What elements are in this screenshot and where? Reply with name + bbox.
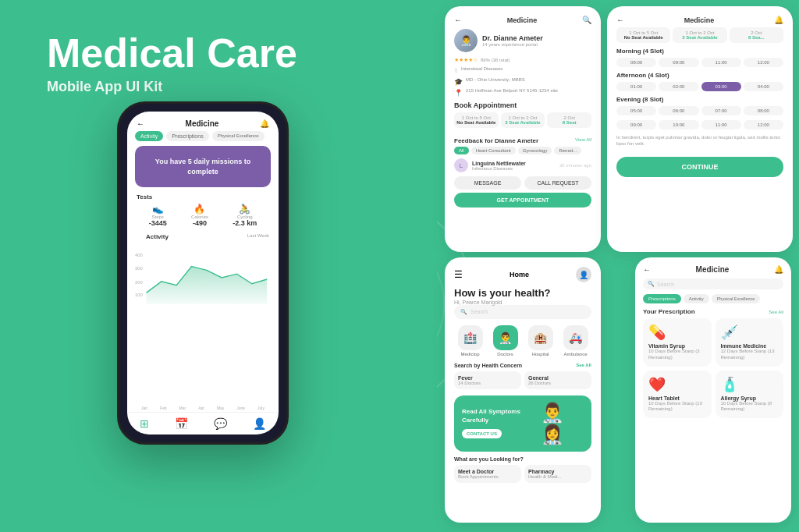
nav-chat-icon[interactable]: 💬 [214,417,227,430]
banner-text: Read All Symptoms Carefully [462,408,541,424]
slot-1100[interactable]: 11:00 [701,58,741,67]
service-mediclop[interactable]: 🏥 Mediclop [454,325,486,356]
slot-0100[interactable]: 01:00 [616,82,656,91]
mediclop-label: Mediclop [454,352,486,356]
degree-text: MD - Ohio University; MBBS [466,77,525,83]
slot-1200e[interactable]: 12:00 [744,120,783,129]
rx-bell-icon[interactable]: 🔔 [774,265,783,274]
rx-title: Medicine [696,265,730,274]
rx-see-all[interactable]: See All [769,310,783,314]
doctors-icon: 👨‍⚕️ [493,325,518,350]
appt-bell-icon[interactable]: 🔔 [774,16,783,24]
back-arrow-icon[interactable]: ← [137,119,144,128]
chart-fill [147,267,268,304]
rx-search-bar[interactable]: 🔍 Search [643,278,783,289]
service-hospital[interactable]: 🏨 Hospital [524,325,556,356]
concern-general[interactable]: General 26 Doctors [524,371,591,389]
doctor-card-search-icon[interactable]: 🔍 [582,16,591,24]
message-button[interactable]: MESSAGE [454,176,521,190]
availability-row: 1 Oct to 5 Oct No Seat Available 1 Oct t… [454,112,591,128]
tab-physical[interactable]: Physical Excellence [212,131,265,141]
app-subtitle: Mobile App UI Kit [47,79,406,95]
morning-slots[interactable]: 08:00 09:00 11:00 12:00 [616,58,783,67]
slot-0700[interactable]: 07:00 [701,106,741,115]
rating-text: 89% (36 total) [481,58,510,62]
what-grid: Meet a Doctor Book Appointments Pharmacy… [454,465,591,483]
feedback-tab-gyn[interactable]: Gynecology [518,147,552,154]
hamburger-icon[interactable]: ☰ [454,269,463,280]
svg-text:200: 200 [135,280,143,285]
label-apr: Apr [198,406,204,410]
slot-0600[interactable]: 06:00 [659,106,698,115]
service-ambulance[interactable]: 🚑 Ambulance [559,325,591,356]
nav-calendar-icon[interactable]: 📅 [175,417,188,430]
rx-back-icon[interactable]: ← [643,265,651,274]
rx-item-heart[interactable]: ❤️ Heart Tablet 10 Days Before Stanp (10… [643,371,712,419]
rx-tabs[interactable]: Prescriptions Activity Physical Excellen… [643,294,783,303]
concern-fever[interactable]: Fever 14 Doctors [454,371,521,389]
service-doctors[interactable]: 👨‍⚕️ Doctors [489,325,521,356]
rx-item-immune[interactable]: 💉 Immune Medicine 12 Days Before Stanp (… [716,318,784,367]
calories-value: -490 [191,219,208,227]
contact-us-button[interactable]: CONTACT US [462,429,502,438]
label-jan: Jan [141,406,147,410]
mediclop-icon: 🏥 [458,325,483,350]
hospital-label: Hospital [524,352,556,356]
search-bar[interactable]: 🔍 Search [454,305,591,319]
slot-0200[interactable]: 02:00 [659,82,698,91]
slot-0400[interactable]: 04:00 [744,82,783,91]
rx-tab-physical[interactable]: Physical Excellence [712,294,761,303]
home-avatar: 👤 [576,267,591,282]
evening-slots-1[interactable]: 05:00 06:00 07:00 08:00 [616,106,783,115]
feedback-tab-all[interactable]: All [454,147,469,154]
slot-1100e[interactable]: 11:00 [701,120,741,129]
nav-home-icon[interactable]: ⊞ [140,417,149,430]
phone-tabs[interactable]: Activity Prescriptions Physical Excellen… [127,131,279,146]
book-section-title: Book Appointment [454,101,591,109]
slot-0800[interactable]: 08:00 [616,58,656,67]
slot-0900[interactable]: 09:00 [659,58,698,67]
rx-item-allergy[interactable]: 🧴 Allergy Syrup 10 Days Before Stanp (8 … [716,371,784,419]
afternoon-slots[interactable]: 01:00 02:00 03:00 04:00 [616,82,783,91]
evening-slots-2[interactable]: 09:00 10:00 11:00 12:00 [616,120,783,129]
bell-icon[interactable]: 🔔 [260,119,269,128]
feedback-tab-heart[interactable]: Heart Consultant [471,147,516,154]
slot-0300-active[interactable]: 03:00 [701,82,741,91]
fever-label: Fever [458,375,517,381]
slot-0900e[interactable]: 09:00 [616,120,656,129]
what-doctor[interactable]: Meet a Doctor Book Appointments [454,465,521,483]
allergy-icon: 🧴 [721,376,779,393]
feedback-tab-other[interactable]: Rened... [554,147,581,154]
nav-profile-icon[interactable]: 👤 [253,417,266,430]
address-text: 215 Hoffman Ave Belport NY 5145-1234 sit… [466,88,558,94]
feedback-role-1: Infectious Diseases [472,166,526,171]
what-pharmacy[interactable]: Pharmacy Health & Medi... [524,465,591,483]
slot-0800e[interactable]: 08:00 [744,106,783,115]
slot-1000[interactable]: 10:00 [659,120,698,129]
appt-date-3: 2 Oct 8 Sea... [730,27,783,43]
get-appointment-button[interactable]: GET APPOINTMENT [454,193,591,207]
vitamin-sub: 10 Days Before Stanp (3 Remaining) [648,349,706,361]
action-buttons[interactable]: MESSAGE CALL REQUEST [454,176,591,190]
slot-0500[interactable]: 05:00 [616,106,656,115]
what-doctor-name: Meet a Doctor [458,469,517,474]
appt-back-icon[interactable]: ← [616,16,624,24]
home-phone: ☰ Home 👤 How is your health? Hi, Pearce … [445,257,601,523]
rx-tab-prescriptions[interactable]: Prescriptions [643,294,681,303]
tab-activity[interactable]: Activity [135,131,163,141]
continue-button[interactable]: CONTINUE [616,157,783,177]
bottom-nav[interactable]: ⊞ 📅 💬 👤 [127,412,279,434]
tab-prescriptions[interactable]: Prescriptions [166,131,208,141]
rx-tab-activity[interactable]: Activity [684,294,709,303]
view-all-link[interactable]: View All [575,137,591,142]
slot-1200[interactable]: 12:00 [744,58,783,67]
see-all-concerns[interactable]: See All [576,363,591,368]
service-grid[interactable]: 🏥 Mediclop 👨‍⚕️ Doctors 🏨 Hospital 🚑 Amb… [454,325,591,356]
doctor-card-back-icon[interactable]: ← [454,16,462,24]
degree-icon: 🎓 [454,78,463,86]
feedback-tabs[interactable]: All Heart Consultant Gynecology Rened... [454,147,591,154]
rx-item-vitamin[interactable]: 💊 Vitamin Syrup 10 Days Before Stanp (3 … [643,318,712,367]
label-feb: Feb [160,406,167,410]
home-subtitle: Hi, Pearce Marigold [454,300,591,305]
call-request-button[interactable]: CALL REQUEST [524,176,591,190]
